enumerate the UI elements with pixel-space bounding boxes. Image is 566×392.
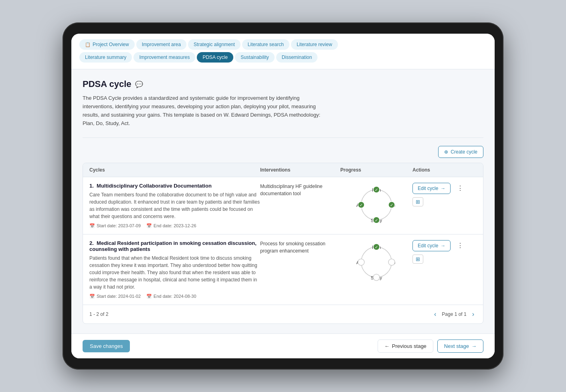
cycle-2-dates: 📅 Start date: 2024-01-02 📅 End date: 202… xyxy=(89,294,260,299)
cycle-2-actions: Edit cycle → ⋮ ⊞ xyxy=(412,240,477,264)
col-actions: Actions xyxy=(412,167,477,173)
table-row-2-wrapper: 2. Medical Resident participation in smo… xyxy=(83,234,483,305)
pagination-row: 1 - 2 of 2 ‹ Page 1 of 1 › xyxy=(83,305,483,323)
arrow-right-next-icon: → xyxy=(471,343,477,349)
device-frame: 📋 Project Overview Improvement area Stra… xyxy=(63,22,503,369)
cycle-2-desc: Patients found that when the Medical Res… xyxy=(89,255,260,291)
cycle-1-start: 📅 Start date: 2023-07-09 xyxy=(89,223,141,228)
previous-stage-button[interactable]: ← Previous stage xyxy=(378,339,433,353)
svg-text:✓: ✓ xyxy=(390,203,393,207)
col-progress: Progress xyxy=(340,167,412,173)
cycle-1-desc: Care Team members found the collaborativ… xyxy=(89,191,260,220)
svg-point-21 xyxy=(373,274,380,281)
cycle-2-interventions: Process for smoking cessation program en… xyxy=(260,240,340,255)
cycle-1-progress: Plan Do Study Act ✓ xyxy=(340,183,412,227)
nav-row-2: Literature summary Improvement measures … xyxy=(79,52,487,63)
plus-icon: ⊕ xyxy=(444,149,448,155)
comment-icon[interactable]: 💬 xyxy=(135,81,143,88)
arrow-right-icon-2: → xyxy=(441,243,445,249)
arrow-right-icon: → xyxy=(441,186,445,191)
svg-point-20 xyxy=(388,259,395,265)
nav-row-1: 📋 Project Overview Improvement area Stra… xyxy=(79,39,487,50)
expand-2-button[interactable]: ⊞ xyxy=(412,255,423,264)
navigation: 📋 Project Overview Improvement area Stra… xyxy=(71,34,495,69)
cycle-1-interventions: Multidisciplinary HF guideline documenta… xyxy=(260,183,340,197)
next-stage-button[interactable]: Next stage → xyxy=(437,339,483,353)
cycle-1-info: 1. Multidisciplinary Collaborative Docum… xyxy=(89,183,260,228)
table-row: 1. Multidisciplinary Collaborative Docum… xyxy=(83,177,483,234)
col-interventions: Interventions xyxy=(260,167,340,173)
calendar-end-icon: 📅 xyxy=(146,223,152,228)
svg-point-13 xyxy=(361,247,392,277)
cycle-1-action-row: Edit cycle → ⋮ xyxy=(412,183,466,194)
table-head: Cycles Interventions Progress Actions xyxy=(83,163,483,177)
svg-text:✓: ✓ xyxy=(375,188,378,192)
cycle-2-number-title: 2. Medical Resident participation in smo… xyxy=(89,240,260,252)
footer-nav-buttons: ← Previous stage Next stage → xyxy=(378,339,483,353)
nav-tab-improvement-area[interactable]: Improvement area xyxy=(136,39,186,50)
edit-cycle-2-button[interactable]: Edit cycle → xyxy=(412,240,451,251)
svg-text:✓: ✓ xyxy=(375,218,378,222)
cycle-2-end: 📅 End date: 2024-08-30 xyxy=(146,294,196,299)
cycle-1-end: 📅 End date: 2023-12-26 xyxy=(146,223,196,228)
expand-1-button[interactable]: ⊞ xyxy=(412,197,423,206)
nav-tab-dissemination[interactable]: Dissemination xyxy=(276,52,317,63)
prev-page-button[interactable]: ‹ xyxy=(432,310,439,319)
nav-tab-literature-review[interactable]: Literature review xyxy=(291,39,338,50)
more-options-1-button[interactable]: ⋮ xyxy=(455,184,466,193)
cycle-2-action-row: Edit cycle → ⋮ xyxy=(412,240,466,251)
screen: 📋 Project Overview Improvement area Stra… xyxy=(71,34,495,358)
cycle-1-number-title: 1. Multidisciplinary Collaborative Docum… xyxy=(89,183,260,189)
cycles-table: Cycles Interventions Progress Actions 1.… xyxy=(83,163,483,324)
more-options-2-button[interactable]: ⋮ xyxy=(455,241,466,250)
cycle-1-actions: Edit cycle → ⋮ ⊞ xyxy=(412,183,477,206)
nav-tab-pdsa-cycle[interactable]: PDSA cycle xyxy=(197,52,233,63)
divider xyxy=(83,137,483,138)
table-row-1: 1. Multidisciplinary Collaborative Docum… xyxy=(83,177,483,234)
calendar-icon-2: 📅 xyxy=(89,294,95,299)
svg-point-22 xyxy=(358,259,364,265)
calendar-icon: 📅 xyxy=(89,223,95,228)
nav-tab-project-overview[interactable]: 📋 Project Overview xyxy=(79,39,135,50)
nav-tab-strategic-alignment[interactable]: Strategic alignment xyxy=(188,39,241,50)
svg-text:✓: ✓ xyxy=(360,203,363,207)
page-title: PDSA cycle xyxy=(83,79,131,89)
table-row-2: 2. Medical Resident participation in smo… xyxy=(83,234,483,305)
edit-cycle-1-button[interactable]: Edit cycle → xyxy=(412,183,451,194)
pdsa-diagram-1: Plan Do Study Act ✓ xyxy=(352,183,400,227)
calendar-end-icon-2: 📅 xyxy=(146,294,152,299)
main-content: PDSA cycle 💬 The PDSA Cycle provides a s… xyxy=(71,69,495,333)
page-title-row: PDSA cycle 💬 xyxy=(83,79,483,89)
pagination-range: 1 - 2 of 2 xyxy=(89,311,108,317)
next-page-button[interactable]: › xyxy=(470,310,477,319)
page-label: Page 1 of 1 xyxy=(442,311,466,317)
create-cycle-button[interactable]: ⊕ Create cycle xyxy=(438,146,483,158)
svg-text:✓: ✓ xyxy=(375,245,378,249)
arrow-left-icon: ← xyxy=(384,343,390,349)
table-header-row: ⊕ Create cycle xyxy=(83,146,483,158)
project-icon: 📋 xyxy=(85,42,91,47)
footer-bar: Save changes ← Previous stage Next stage… xyxy=(71,333,495,358)
page-nav: ‹ Page 1 of 1 › xyxy=(432,310,477,319)
nav-tab-sustainability[interactable]: Sustainability xyxy=(235,52,275,63)
pdsa-diagram-2: Plan Do Study Act ✓ xyxy=(352,240,400,284)
cycle-2-info: 2. Medical Resident participation in smo… xyxy=(89,240,260,299)
cycle-1-dates: 📅 Start date: 2023-07-09 📅 End date: 202… xyxy=(89,223,260,228)
page-description: The PDSA Cycle provides a standardized a… xyxy=(83,94,323,127)
cycle-2-progress: Plan Do Study Act ✓ xyxy=(340,240,412,284)
nav-tab-improvement-measures[interactable]: Improvement measures xyxy=(133,52,195,63)
svg-point-0 xyxy=(361,190,392,220)
cycle-2-start: 📅 Start date: 2024-01-02 xyxy=(89,294,141,299)
nav-tab-literature-search[interactable]: Literature search xyxy=(242,39,289,50)
save-changes-button[interactable]: Save changes xyxy=(83,340,130,352)
nav-tab-literature-summary[interactable]: Literature summary xyxy=(79,52,132,63)
col-cycles: Cycles xyxy=(89,167,260,173)
